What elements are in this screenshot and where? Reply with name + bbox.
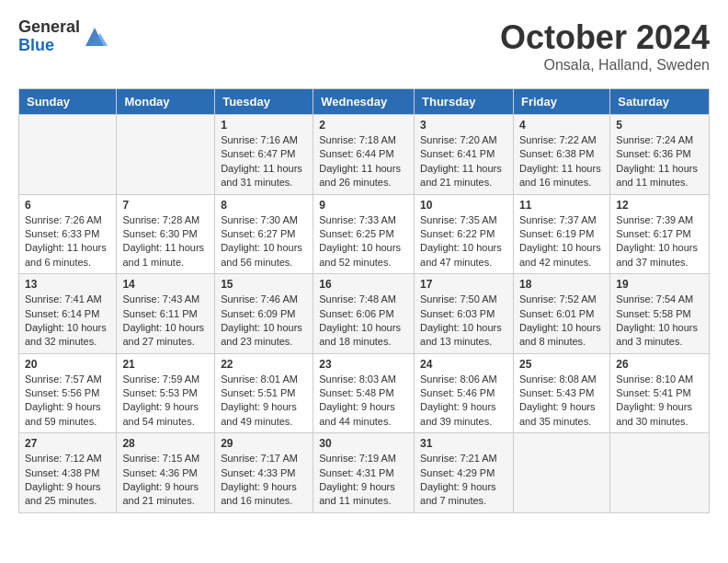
- day-number: 27: [25, 437, 110, 450]
- day-info: Sunrise: 7:20 AMSunset: 6:41 PMDaylight:…: [420, 133, 507, 190]
- day-cell: 6 Sunrise: 7:26 AMSunset: 6:33 PMDayligh…: [19, 194, 117, 274]
- day-info: Sunrise: 7:41 AMSunset: 6:14 PMDaylight:…: [25, 293, 110, 350]
- day-cell: [117, 115, 215, 195]
- day-info: Sunrise: 7:35 AMSunset: 6:22 PMDaylight:…: [420, 213, 507, 270]
- day-info: Sunrise: 7:15 AMSunset: 4:36 PMDaylight:…: [122, 452, 209, 509]
- logo-blue: Blue: [18, 37, 80, 55]
- col-header-monday: Monday: [117, 89, 215, 115]
- day-cell: 17 Sunrise: 7:50 AMSunset: 6:03 PMDaylig…: [415, 274, 514, 354]
- day-cell: 21 Sunrise: 7:59 AMSunset: 5:53 PMDaylig…: [117, 353, 215, 433]
- day-cell: 12 Sunrise: 7:39 AMSunset: 6:17 PMDaylig…: [610, 194, 710, 274]
- week-row-5: 27 Sunrise: 7:12 AMSunset: 4:38 PMDaylig…: [19, 433, 710, 513]
- day-number: 9: [319, 199, 408, 212]
- day-info: Sunrise: 7:54 AMSunset: 5:58 PMDaylight:…: [616, 293, 703, 350]
- month-title: October 2024: [500, 18, 710, 57]
- day-cell: 31 Sunrise: 7:21 AMSunset: 4:29 PMDaylig…: [415, 433, 514, 513]
- day-cell: [513, 433, 609, 513]
- day-number: 4: [519, 119, 604, 132]
- day-info: Sunrise: 7:12 AMSunset: 4:38 PMDaylight:…: [25, 452, 110, 509]
- day-info: Sunrise: 8:08 AMSunset: 5:43 PMDaylight:…: [519, 373, 604, 430]
- day-info: Sunrise: 7:17 AMSunset: 4:33 PMDaylight:…: [221, 452, 307, 509]
- day-cell: 26 Sunrise: 8:10 AMSunset: 5:41 PMDaylig…: [610, 353, 710, 433]
- day-cell: 18 Sunrise: 7:52 AMSunset: 6:01 PMDaylig…: [513, 274, 609, 354]
- day-number: 16: [319, 278, 408, 291]
- day-number: 30: [319, 437, 408, 450]
- day-cell: 9 Sunrise: 7:33 AMSunset: 6:25 PMDayligh…: [313, 194, 415, 274]
- week-row-3: 13 Sunrise: 7:41 AMSunset: 6:14 PMDaylig…: [19, 274, 710, 354]
- day-info: Sunrise: 7:28 AMSunset: 6:30 PMDaylight:…: [122, 213, 209, 270]
- day-info: Sunrise: 7:19 AMSunset: 4:31 PMDaylight:…: [319, 452, 408, 509]
- col-header-thursday: Thursday: [415, 89, 514, 115]
- day-cell: 4 Sunrise: 7:22 AMSunset: 6:38 PMDayligh…: [513, 115, 609, 195]
- day-number: 26: [616, 358, 703, 371]
- day-info: Sunrise: 7:16 AMSunset: 6:47 PMDaylight:…: [221, 133, 307, 190]
- day-info: Sunrise: 8:10 AMSunset: 5:41 PMDaylight:…: [616, 373, 703, 430]
- day-number: 3: [420, 119, 507, 132]
- day-info: Sunrise: 7:46 AMSunset: 6:09 PMDaylight:…: [221, 293, 307, 350]
- col-header-tuesday: Tuesday: [215, 89, 313, 115]
- day-cell: 20 Sunrise: 7:57 AMSunset: 5:56 PMDaylig…: [19, 353, 117, 433]
- week-row-4: 20 Sunrise: 7:57 AMSunset: 5:56 PMDaylig…: [19, 353, 710, 433]
- day-cell: 29 Sunrise: 7:17 AMSunset: 4:33 PMDaylig…: [215, 433, 313, 513]
- day-number: 13: [25, 278, 110, 291]
- col-header-wednesday: Wednesday: [313, 89, 415, 115]
- day-info: Sunrise: 7:50 AMSunset: 6:03 PMDaylight:…: [420, 293, 507, 350]
- day-number: 15: [221, 278, 307, 291]
- day-number: 28: [122, 437, 209, 450]
- col-header-friday: Friday: [513, 89, 609, 115]
- week-row-2: 6 Sunrise: 7:26 AMSunset: 6:33 PMDayligh…: [19, 194, 710, 274]
- day-cell: 14 Sunrise: 7:43 AMSunset: 6:11 PMDaylig…: [117, 274, 215, 354]
- day-cell: [610, 433, 710, 513]
- day-info: Sunrise: 7:26 AMSunset: 6:33 PMDaylight:…: [25, 213, 110, 270]
- day-cell: 22 Sunrise: 8:01 AMSunset: 5:51 PMDaylig…: [215, 353, 313, 433]
- header-row: SundayMondayTuesdayWednesdayThursdayFrid…: [19, 89, 710, 115]
- day-info: Sunrise: 7:43 AMSunset: 6:11 PMDaylight:…: [122, 293, 209, 350]
- day-cell: 10 Sunrise: 7:35 AMSunset: 6:22 PMDaylig…: [415, 194, 514, 274]
- logo-general: General: [18, 18, 80, 37]
- day-number: 12: [616, 199, 703, 212]
- day-cell: 13 Sunrise: 7:41 AMSunset: 6:14 PMDaylig…: [19, 274, 117, 354]
- day-cell: 5 Sunrise: 7:24 AMSunset: 6:36 PMDayligh…: [610, 115, 710, 195]
- day-number: 31: [420, 437, 507, 450]
- day-cell: 28 Sunrise: 7:15 AMSunset: 4:36 PMDaylig…: [117, 433, 215, 513]
- day-info: Sunrise: 8:06 AMSunset: 5:46 PMDaylight:…: [420, 373, 507, 430]
- day-info: Sunrise: 7:37 AMSunset: 6:19 PMDaylight:…: [519, 213, 604, 270]
- day-cell: 19 Sunrise: 7:54 AMSunset: 5:58 PMDaylig…: [610, 274, 710, 354]
- day-cell: 2 Sunrise: 7:18 AMSunset: 6:44 PMDayligh…: [313, 115, 415, 195]
- col-header-saturday: Saturday: [610, 89, 710, 115]
- day-number: 14: [122, 278, 209, 291]
- day-number: 1: [221, 119, 307, 132]
- day-number: 25: [519, 358, 604, 371]
- day-info: Sunrise: 7:39 AMSunset: 6:17 PMDaylight:…: [616, 213, 703, 270]
- logo: General Blue: [18, 18, 108, 55]
- day-number: 19: [616, 278, 703, 291]
- day-number: 7: [122, 199, 209, 212]
- day-number: 20: [25, 358, 110, 371]
- day-number: 8: [221, 199, 307, 212]
- day-number: 29: [221, 437, 307, 450]
- title-block: October 2024 Onsala, Halland, Sweden: [500, 18, 710, 74]
- day-number: 10: [420, 199, 507, 212]
- day-cell: 16 Sunrise: 7:48 AMSunset: 6:06 PMDaylig…: [313, 274, 415, 354]
- day-number: 23: [319, 358, 408, 371]
- day-info: Sunrise: 7:24 AMSunset: 6:36 PMDaylight:…: [616, 133, 703, 190]
- logo-icon: [82, 24, 108, 50]
- day-cell: 3 Sunrise: 7:20 AMSunset: 6:41 PMDayligh…: [415, 115, 514, 195]
- day-info: Sunrise: 7:59 AMSunset: 5:53 PMDaylight:…: [122, 373, 209, 430]
- day-cell: 15 Sunrise: 7:46 AMSunset: 6:09 PMDaylig…: [215, 274, 313, 354]
- day-cell: 24 Sunrise: 8:06 AMSunset: 5:46 PMDaylig…: [415, 353, 514, 433]
- day-cell: 30 Sunrise: 7:19 AMSunset: 4:31 PMDaylig…: [313, 433, 415, 513]
- day-info: Sunrise: 7:52 AMSunset: 6:01 PMDaylight:…: [519, 293, 604, 350]
- day-cell: [19, 115, 117, 195]
- day-cell: 11 Sunrise: 7:37 AMSunset: 6:19 PMDaylig…: [513, 194, 609, 274]
- day-number: 5: [616, 119, 703, 132]
- day-info: Sunrise: 7:21 AMSunset: 4:29 PMDaylight:…: [420, 452, 507, 509]
- day-info: Sunrise: 8:01 AMSunset: 5:51 PMDaylight:…: [221, 373, 307, 430]
- day-number: 22: [221, 358, 307, 371]
- day-number: 21: [122, 358, 209, 371]
- day-cell: 27 Sunrise: 7:12 AMSunset: 4:38 PMDaylig…: [19, 433, 117, 513]
- col-header-sunday: Sunday: [19, 89, 117, 115]
- day-info: Sunrise: 7:30 AMSunset: 6:27 PMDaylight:…: [221, 213, 307, 270]
- page-header: General Blue October 2024 Onsala, Hallan…: [18, 18, 710, 74]
- day-cell: 23 Sunrise: 8:03 AMSunset: 5:48 PMDaylig…: [313, 353, 415, 433]
